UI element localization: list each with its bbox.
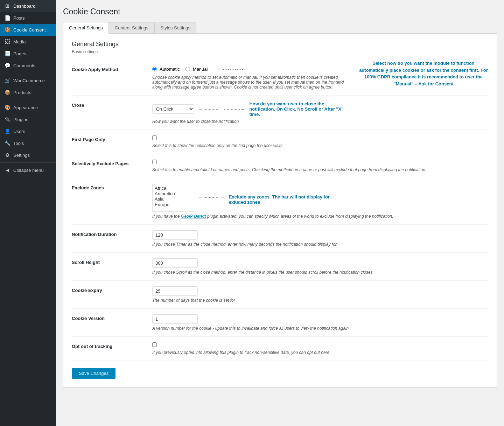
sidebar-item-users[interactable]: 👤 Users [0, 125, 56, 137]
sidebar-item-label: Cookie Consent [13, 27, 46, 33]
close-select[interactable]: On Click On Scroll After X Time [152, 104, 194, 114]
sidebar-item-posts[interactable]: 📄 Posts [0, 12, 56, 24]
section-title: General Settings [72, 41, 488, 48]
arrow-close-right: ············→ [224, 106, 245, 112]
products-icon: 📦 [4, 90, 10, 95]
zone-africa: Africa [155, 186, 187, 191]
sidebar-separator-3 [0, 162, 56, 163]
arrow-automatic: ←············ [216, 65, 243, 73]
label-cookie-version: Cookie Version [72, 309, 149, 337]
row-exclude-zones: Exclude Zones Africa Antarctica Asia Eur… [72, 178, 488, 225]
sidebar-item-woocommerce[interactable]: 🛒 WooCommerce [0, 75, 56, 86]
sidebar-item-products[interactable]: 📦 Products [0, 86, 56, 98]
radio-automatic-label[interactable]: Automatic [152, 67, 180, 72]
checkbox-first-page[interactable] [152, 135, 157, 140]
settings-icon: ⚙ [4, 152, 10, 158]
desc-exclude-zones: If you have the GeoIP Detect plugin acti… [152, 214, 485, 219]
label-cookie-expiry: Cookie Expiry [72, 281, 149, 309]
sidebar-item-collapse[interactable]: ◄ Collapse menu [0, 164, 56, 176]
field-exclude-zones: Africa Antarctica Asia Europe ←·········… [149, 178, 488, 225]
row-opt-out-tracking: Opt out of tracking If you previously op… [72, 337, 488, 361]
checkbox-opt-out-tracking[interactable] [152, 342, 157, 347]
sidebar: ⊞ Dashboard 📄 Posts 🍪 Cookie Consent 🖼 M… [0, 0, 56, 426]
sidebar-item-label: Plugins [13, 117, 28, 122]
sidebar-item-label: Tools [13, 141, 24, 146]
sidebar-item-label: Dashboard [13, 4, 36, 9]
input-cookie-version[interactable] [152, 314, 198, 324]
field-scroll-height: If you chose Scroll as the close method,… [149, 253, 488, 281]
label-opt-out-tracking: Opt out of tracking [72, 337, 149, 361]
sidebar-item-cookie-consent[interactable]: 🍪 Cookie Consent [0, 24, 56, 36]
sidebar-item-label: Products [13, 90, 31, 95]
row-exclude-pages: Selectively Exclude Pages Select this to… [72, 154, 488, 178]
field-notification-duration: If you chose Timer as the close method, … [149, 225, 488, 253]
save-changes-button[interactable]: Save Changes [72, 368, 115, 379]
label-first-page: First Page Only [72, 130, 149, 154]
desc-first-page: Select this to show the notification onl… [152, 143, 485, 148]
row-cookie-expiry: Cookie Expiry The number of days that th… [72, 281, 488, 309]
label-exclude-pages: Selectively Exclude Pages [72, 154, 149, 178]
sidebar-item-label: Comments [13, 63, 35, 68]
main-content: Cookie Consent General Settings Content … [56, 0, 504, 426]
zones-annotation: Exclude any zones. The bar will not disp… [229, 194, 334, 205]
label-notification-duration: Notification Duration [72, 225, 149, 253]
sidebar-item-label: Pages [13, 51, 26, 56]
desc-notification-duration: If you chose Timer as the close method, … [152, 242, 485, 247]
tab-content-settings[interactable]: Content Settings [109, 22, 154, 33]
section-subtitle: Basic settings [72, 49, 488, 54]
sidebar-item-media[interactable]: 🖼 Media [0, 36, 56, 48]
tools-icon: 🔧 [4, 140, 10, 146]
zone-europe: Europe [155, 202, 187, 208]
radio-automatic[interactable] [152, 67, 157, 71]
input-notification-duration[interactable] [152, 230, 198, 240]
row-first-page: First Page Only Select this to show the … [72, 130, 488, 154]
zone-antarctica: Antarctica [155, 191, 187, 197]
sidebar-item-label: Settings [13, 153, 30, 158]
sidebar-item-plugins[interactable]: 🔌 Plugins [0, 113, 56, 125]
media-icon: 🖼 [4, 39, 10, 44]
posts-icon: 📄 [4, 15, 10, 21]
checkbox-exclude-pages[interactable] [152, 160, 157, 164]
field-cookie-version: A version number for the cookie - update… [149, 309, 488, 337]
tab-general-settings[interactable]: General Settings [63, 22, 109, 34]
content-box: General Settings Basic settings Select h… [63, 33, 497, 387]
sidebar-item-comments[interactable]: 💬 Comments [0, 60, 56, 71]
desc-close: How you want the user to close the notif… [152, 119, 467, 124]
desc-cookie-apply: Choose cookie apply method to set automa… [152, 75, 348, 90]
cookie-apply-annotation: Select how do you want the module to fun… [359, 60, 488, 87]
sidebar-item-label: WooCommerce [13, 78, 45, 83]
tab-styles-settings[interactable]: Styles Settings [154, 22, 196, 33]
sidebar-item-pages[interactable]: 📃 Pages [0, 48, 56, 60]
desc-scroll-height: If you chose Scroll as the close method,… [152, 270, 485, 275]
arrow-close-left: ←············ [198, 106, 220, 112]
row-scroll-height: Scroll Height If you chose Scroll as the… [72, 253, 488, 281]
sidebar-item-label: Appearance [13, 105, 38, 110]
sidebar-item-settings[interactable]: ⚙ Settings [0, 149, 56, 161]
input-scroll-height[interactable] [152, 258, 198, 268]
geoip-link[interactable]: GeoIP Detect [181, 214, 206, 219]
zone-asia: Asia [155, 196, 187, 202]
sidebar-separator-2 [0, 100, 56, 100]
collapse-icon: ◄ [4, 167, 10, 173]
row-cookie-version: Cookie Version A version number for the … [72, 309, 488, 337]
tabs-bar: General Settings Content Settings Styles… [63, 22, 497, 33]
sidebar-item-tools[interactable]: 🔧 Tools [0, 137, 56, 149]
close-annotation: How do you want user to close the notifi… [249, 101, 347, 117]
woocommerce-icon: 🛒 [4, 78, 10, 83]
desc-opt-out-tracking: If you previously opted into allowing th… [152, 350, 485, 355]
radio-manual[interactable] [186, 67, 190, 71]
cookie-icon: 🍪 [4, 27, 10, 33]
pages-icon: 📃 [4, 51, 10, 56]
radio-manual-label[interactable]: Manual [186, 67, 208, 72]
sidebar-item-dashboard[interactable]: ⊞ Dashboard [0, 0, 56, 12]
label-scroll-height: Scroll Height [72, 253, 149, 281]
field-opt-out-tracking: If you previously opted into allowing th… [149, 337, 488, 361]
exclude-zones-select[interactable]: Africa Antarctica Asia Europe [152, 184, 194, 212]
sidebar-item-appearance[interactable]: 🎨 Appearance [0, 102, 56, 113]
input-cookie-expiry[interactable] [152, 286, 198, 296]
comments-icon: 💬 [4, 63, 10, 68]
field-close: On Click On Scroll After X Time ←·······… [149, 96, 488, 130]
form-table: Cookie Apply Method Automatic Manual ←··… [72, 60, 488, 361]
label-exclude-zones: Exclude Zones [72, 178, 149, 225]
desc-cookie-expiry: The number of days that the cookie is se… [152, 298, 485, 303]
